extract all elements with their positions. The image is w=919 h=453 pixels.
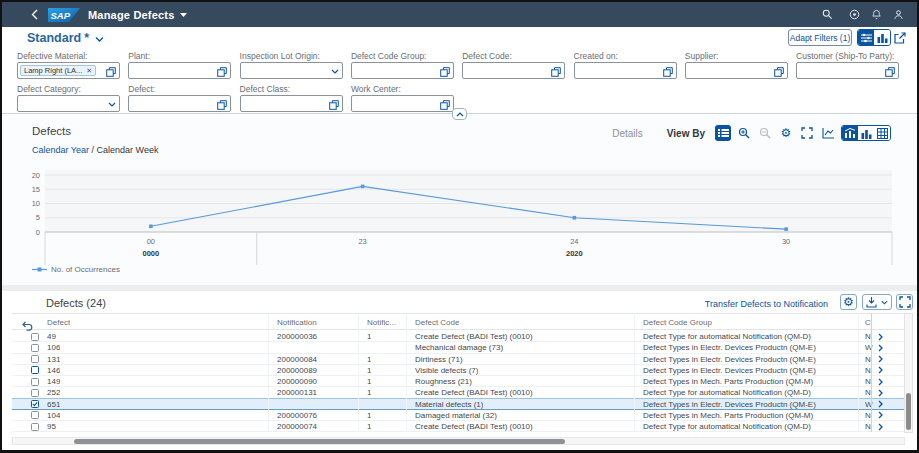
chart-settings-gear-icon[interactable]: ⚙: [778, 125, 794, 141]
filter-token[interactable]: Lamp Right (LA...✕: [20, 65, 96, 76]
share-icon[interactable]: [893, 31, 907, 45]
table-row[interactable]: 651Material defects (1)Defect Types in E…: [12, 399, 905, 410]
table-row[interactable]: 106Mechanical damage (73)Defect Types in…: [12, 342, 905, 353]
chart-type-icon[interactable]: [820, 125, 836, 141]
zoom-out-icon[interactable]: [757, 125, 773, 141]
export-button[interactable]: [862, 294, 892, 310]
zoom-in-icon[interactable]: [736, 125, 752, 141]
value-help-icon[interactable]: [440, 100, 450, 110]
chart-table-view-button[interactable]: [842, 126, 858, 140]
row-checkbox[interactable]: [31, 411, 39, 419]
vertical-scrollbar[interactable]: [904, 313, 913, 433]
token-remove-icon[interactable]: ✕: [86, 67, 92, 75]
table-row[interactable]: 2522000001311Create Defect (BADI Test) (…: [12, 387, 905, 398]
notifications-bell-icon[interactable]: [868, 7, 884, 23]
details-button[interactable]: Details: [612, 128, 643, 139]
collapse-header-button[interactable]: [452, 108, 467, 120]
row-checkbox[interactable]: [31, 389, 39, 397]
column-header-c[interactable]: C: [865, 314, 874, 331]
value-help-icon[interactable]: [663, 67, 673, 77]
horizontal-scrollbar-thumb[interactable]: [74, 439, 565, 444]
breadcrumb-calendar-year[interactable]: Calendar Year: [32, 145, 89, 155]
table-row[interactable]: 1492000000901Roughness (21)Defect Types …: [12, 376, 905, 387]
cell-notifs: 1: [367, 376, 371, 386]
cell-extra: N: [865, 354, 874, 364]
vertical-scrollbar-thumb[interactable]: [906, 393, 911, 430]
value-help-icon[interactable]: [217, 100, 227, 110]
value-help-icon[interactable]: [106, 67, 116, 77]
table-row[interactable]: 952000000741Create Defect (BADI Test) (0…: [12, 421, 905, 432]
table-fullscreen-icon[interactable]: [896, 294, 913, 310]
row-checkbox[interactable]: [31, 333, 39, 341]
filter-input-defect-[interactable]: [128, 95, 231, 112]
filter-input-created-on-[interactable]: [574, 62, 677, 79]
row-navigate-icon[interactable]: [878, 378, 883, 386]
column-header-defect-code[interactable]: Defect Code: [415, 314, 459, 331]
row-checkbox[interactable]: [31, 366, 39, 374]
row-navigate-icon[interactable]: [878, 411, 883, 419]
show-legend-button[interactable]: [715, 125, 731, 141]
cell-defect: 104: [47, 410, 60, 420]
value-help-icon[interactable]: [329, 100, 339, 110]
filter-input-customer-ship-to-party-[interactable]: [796, 62, 899, 79]
filter-input-defect-class-[interactable]: [240, 95, 343, 112]
table-row[interactable]: 1042000000761Damaged material (32)Defect…: [12, 410, 905, 421]
row-navigate-icon[interactable]: [878, 333, 883, 341]
filter-input-inspection-lot-origin-[interactable]: [240, 62, 343, 79]
line-chart[interactable]: 051015200023243000002020: [2, 160, 917, 260]
row-checkbox[interactable]: [31, 400, 39, 408]
value-help-icon[interactable]: [551, 67, 561, 77]
value-help-icon[interactable]: [774, 67, 784, 77]
app-title[interactable]: Manage Defects: [88, 2, 187, 27]
column-header-defect[interactable]: Defect: [47, 314, 70, 331]
show-chart-toggle[interactable]: [874, 30, 890, 45]
row-checkbox[interactable]: [31, 355, 39, 363]
transfer-defects-link[interactable]: Transfer Defects to Notification: [705, 299, 828, 309]
filter-input-work-center-[interactable]: [351, 95, 454, 112]
table-view-button[interactable]: [874, 126, 890, 140]
column-header-notific-[interactable]: Notific...: [367, 314, 396, 331]
row-navigate-icon[interactable]: [878, 355, 883, 363]
table-row[interactable]: 492000000361Create Defect (BADI Test) (0…: [12, 331, 905, 342]
value-help-icon[interactable]: [885, 67, 895, 77]
view-by-button[interactable]: View By: [667, 128, 705, 139]
show-filter-bar-toggle[interactable]: [858, 30, 874, 45]
column-header-notification[interactable]: Notification: [277, 314, 317, 331]
assistant-icon[interactable]: [846, 7, 862, 23]
row-navigate-icon[interactable]: [878, 366, 883, 374]
chart-view-button[interactable]: [858, 126, 874, 140]
filter-input-supplier-[interactable]: [685, 62, 788, 79]
chart-fullscreen-icon[interactable]: [799, 125, 815, 141]
filter-input-defect-code-group-[interactable]: [351, 62, 454, 79]
cell-extra: W: [865, 399, 874, 409]
table-row[interactable]: 1462000000891Visible defects (7)Defect T…: [12, 365, 905, 376]
variant-selector[interactable]: Standard *: [27, 31, 104, 45]
table-row[interactable]: 1312000000841Dirtiness (71)Defect Types …: [12, 354, 905, 365]
filter-input-plant-[interactable]: [128, 62, 231, 79]
search-icon[interactable]: [819, 7, 835, 23]
horizontal-scrollbar[interactable]: [12, 437, 905, 445]
table-body: 492000000361Create Defect (BADI Test) (0…: [12, 331, 905, 432]
row-checkbox[interactable]: [31, 344, 39, 352]
select-arrow-icon[interactable]: [108, 102, 116, 107]
row-checkbox[interactable]: [31, 423, 39, 431]
profile-icon[interactable]: [890, 7, 906, 23]
table-settings-gear-icon[interactable]: ⚙: [840, 294, 857, 310]
select-arrow-icon[interactable]: [331, 69, 339, 74]
row-navigate-icon[interactable]: [878, 400, 883, 408]
filter-input-defective-material-[interactable]: Lamp Right (LA...✕: [17, 62, 120, 79]
row-navigate-icon[interactable]: [878, 423, 883, 431]
filter-input-defect-category-[interactable]: [17, 95, 120, 112]
back-icon[interactable]: [26, 7, 42, 23]
row-navigate-icon[interactable]: [878, 344, 883, 352]
cell-defect: 131: [47, 354, 60, 364]
cell-notification: 200000036: [277, 331, 317, 341]
column-header-defect-code-group[interactable]: Defect Code Group: [643, 314, 712, 331]
filter-input-defect-code-[interactable]: [462, 62, 565, 79]
cell-extra: N: [865, 410, 874, 420]
adapt-filters-button[interactable]: Adapt Filters (1): [788, 29, 852, 46]
row-checkbox[interactable]: [31, 378, 39, 386]
value-help-icon[interactable]: [440, 67, 450, 77]
value-help-icon[interactable]: [217, 67, 227, 77]
row-navigate-icon[interactable]: [878, 389, 883, 397]
